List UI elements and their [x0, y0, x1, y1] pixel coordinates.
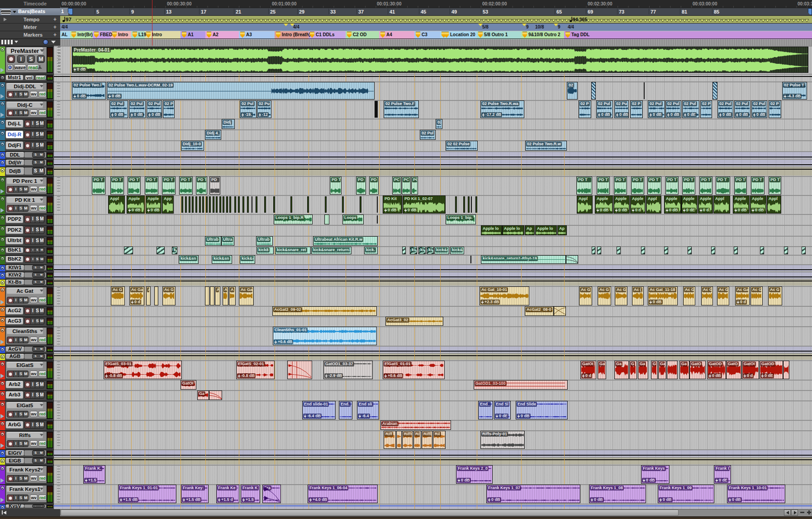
svg-text:9: 9	[131, 9, 134, 14]
svg-text:00:00:00:00: 00:00:00:00	[62, 1, 86, 6]
svg-text:85: 85	[714, 9, 719, 14]
svg-text:49: 49	[451, 9, 457, 14]
svg-text:69: 69	[588, 9, 593, 14]
svg-text:41: 41	[389, 9, 395, 14]
svg-text:81: 81	[682, 9, 687, 14]
svg-text:00:02:30:00: 00:02:30:00	[588, 1, 613, 6]
svg-text:37: 37	[358, 9, 364, 14]
svg-text:00:03:00:00: 00:03:00:00	[693, 1, 717, 6]
svg-text:17: 17	[201, 9, 206, 14]
svg-text:13: 13	[166, 9, 171, 14]
svg-text:00:01:00:00: 00:01:00:00	[272, 1, 297, 6]
svg-text:00:01:30:00: 00:01:30:00	[377, 1, 402, 6]
svg-text:65: 65	[556, 9, 562, 14]
svg-text:00:00:30:00: 00:00:30:00	[167, 1, 192, 6]
svg-text:21: 21	[236, 9, 241, 14]
svg-text:25: 25	[270, 9, 275, 14]
svg-text:5: 5	[96, 9, 99, 14]
svg-text:53: 53	[483, 9, 488, 14]
svg-text:29: 29	[299, 9, 304, 14]
svg-text:77: 77	[651, 9, 656, 14]
svg-text:45: 45	[421, 9, 426, 14]
svg-text:00:02:00:00: 00:02:00:00	[482, 1, 507, 6]
svg-text:00:03:3: 00:03:3	[798, 1, 812, 6]
svg-text:33: 33	[330, 9, 336, 14]
svg-text:73: 73	[619, 9, 624, 14]
